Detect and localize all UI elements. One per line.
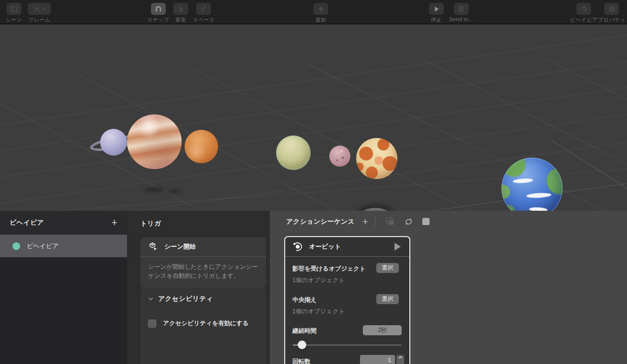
play-action-button[interactable] xyxy=(395,243,401,250)
space-tool[interactable]: スペース xyxy=(193,3,215,23)
behaviors-editor: ビヘイビア + ビヘイビア トリガ シーン開始 シーンが開始したときにアクション… xyxy=(0,211,627,364)
loop-icon xyxy=(404,217,414,226)
center-align-label: 中央揃え xyxy=(292,296,316,304)
duration-label: 継続時間 xyxy=(292,327,316,335)
accessibility-header[interactable]: アクセシビリティ xyxy=(140,288,266,303)
stop-label: 停止 xyxy=(431,16,442,23)
behavior-item-label: ビヘイビア xyxy=(27,242,59,250)
mottled-planet[interactable] xyxy=(356,138,397,179)
scene-start-label: シーン開始 xyxy=(164,242,196,251)
modify-tool[interactable]: 変更 xyxy=(174,3,188,23)
scene-button[interactable] xyxy=(6,3,21,15)
pink-planet[interactable] xyxy=(329,146,350,167)
trigger-panel-title: トリガ xyxy=(140,219,161,228)
duration-value-button[interactable]: 2秒 xyxy=(363,325,402,335)
slider-thumb[interactable] xyxy=(298,341,306,349)
plus-icon xyxy=(317,6,324,12)
stop-square-icon xyxy=(422,218,430,225)
send-to-tool[interactable]: Send to... xyxy=(449,3,473,22)
gear-icon xyxy=(608,5,615,13)
behaviors-panel: ビヘイビア + ビヘイビア xyxy=(0,211,127,364)
duration-slider[interactable] xyxy=(293,341,402,349)
affected-objects-count: 1個のオブジェクト xyxy=(292,276,345,284)
planet-shadow xyxy=(144,187,165,192)
viewport-3d[interactable] xyxy=(0,25,627,211)
space-label: スペース xyxy=(193,16,215,23)
stop-tool[interactable]: 停止 xyxy=(429,3,444,23)
center-align-select-button[interactable]: 選択 xyxy=(376,294,399,304)
add-label: 追加 xyxy=(315,16,326,23)
sparkle-icon-button[interactable] xyxy=(576,3,591,15)
sidebar-layout-icon xyxy=(10,6,18,12)
stop-preview-button[interactable] xyxy=(422,218,430,225)
duplicate-sequence-button[interactable] xyxy=(385,217,395,226)
center-align-count: 1個のオブジェクト xyxy=(292,307,345,316)
rotations-label: 回転数 xyxy=(292,358,311,364)
venus-planet[interactable] xyxy=(276,136,311,170)
action-sequence-panel: アクションシーケンス + オービット 影響を xyxy=(270,211,627,364)
scene-start-header[interactable]: シーン開始 xyxy=(140,237,266,257)
affected-objects-label: 影響を受けるオブジェクト xyxy=(292,265,366,273)
sparkle-icon xyxy=(580,5,588,13)
affected-objects-select-button[interactable]: 選択 xyxy=(376,263,399,273)
properties-button[interactable] xyxy=(604,3,619,15)
stacked-cards-icon xyxy=(385,217,395,226)
snap-button[interactable] xyxy=(151,3,165,15)
device-share-icon xyxy=(458,5,464,12)
saturn-planet[interactable] xyxy=(100,129,127,156)
rotations-stepper[interactable] xyxy=(396,355,404,364)
accessibility-checkbox-row[interactable]: アクセシビリティを有効にする xyxy=(140,303,266,328)
scene-start-icon xyxy=(148,242,159,251)
orange-planet[interactable] xyxy=(185,130,218,163)
behaviors-tool[interactable]: ビヘイビア xyxy=(570,3,598,23)
cloud xyxy=(526,193,551,199)
modify-label: 変更 xyxy=(175,16,186,23)
planet-shadow xyxy=(168,189,180,193)
send-to-label: Send to... xyxy=(449,16,473,22)
behavior-color-dot xyxy=(12,242,20,250)
orbit-action-card[interactable]: オービット 影響を受けるオブジェクト 選択 1個のオブジェクト 中央揃え 選択 … xyxy=(284,236,410,364)
rotations-value-field[interactable]: 1 xyxy=(360,355,395,364)
chevron-down-icon xyxy=(148,297,153,301)
loop-toggle-button[interactable] xyxy=(404,217,414,226)
snap-tool[interactable]: スナップ xyxy=(147,3,169,23)
accessibility-section: アクセシビリティ アクセシビリティを有効にする xyxy=(140,288,266,364)
toolbar: シーン フレーム スナップ 変更 スペース xyxy=(0,0,627,24)
orbit-action-label: オービット xyxy=(309,242,395,251)
reality-composer-window: シーン フレーム スナップ 変更 スペース xyxy=(0,0,627,364)
accessibility-checkbox[interactable] xyxy=(148,319,156,328)
frame-tool[interactable]: フレーム xyxy=(28,3,51,23)
behaviors-label: ビヘイビア xyxy=(570,16,598,23)
properties-tool[interactable]: プロパティ xyxy=(598,3,626,23)
divider xyxy=(375,217,375,226)
stop-button[interactable] xyxy=(429,3,444,15)
orbit-icon xyxy=(292,241,303,252)
properties-label: プロパティ xyxy=(598,16,626,23)
frame-button[interactable] xyxy=(28,3,51,15)
scene-label: シーン xyxy=(6,16,22,23)
scene-tool[interactable]: シーン xyxy=(6,3,22,23)
cloud xyxy=(513,178,534,184)
add-tool[interactable]: 追加 xyxy=(314,3,328,23)
accessibility-checkbox-label: アクセシビリティを有効にする xyxy=(163,319,249,328)
add-button[interactable] xyxy=(314,3,328,15)
droplet-pin-icon xyxy=(177,5,184,12)
send-to-button[interactable] xyxy=(454,3,469,15)
scene-start-trigger-card[interactable]: シーン開始 シーンが開始したときにアクションシーケンスを自動的にトリガします。 xyxy=(140,237,266,288)
orbit-card-header[interactable]: オービット xyxy=(285,237,409,257)
behaviors-panel-header: ビヘイビア + xyxy=(0,211,127,235)
modify-button[interactable] xyxy=(174,3,188,15)
space-button[interactable] xyxy=(196,3,211,15)
chevron-down-icon xyxy=(42,8,46,11)
slider-track[interactable] xyxy=(293,344,402,346)
snap-label: スナップ xyxy=(147,16,169,23)
behaviors-panel-title: ビヘイビア xyxy=(10,218,111,227)
trigger-panel: トリガ シーン開始 シーンが開始したときにアクションシーケンスを自動的にトリガし… xyxy=(127,211,270,364)
jupiter-planet[interactable] xyxy=(127,114,182,169)
behavior-list-item[interactable]: ビヘイビア xyxy=(0,235,127,257)
add-action-button[interactable]: + xyxy=(362,216,368,227)
trigger-description: シーンが開始したときにアクションシーケンスを自動的にトリガします。 xyxy=(140,257,266,288)
move-arrow-icon xyxy=(200,5,207,12)
accessibility-title: アクセシビリティ xyxy=(158,295,213,303)
add-behavior-button[interactable]: + xyxy=(111,217,117,228)
